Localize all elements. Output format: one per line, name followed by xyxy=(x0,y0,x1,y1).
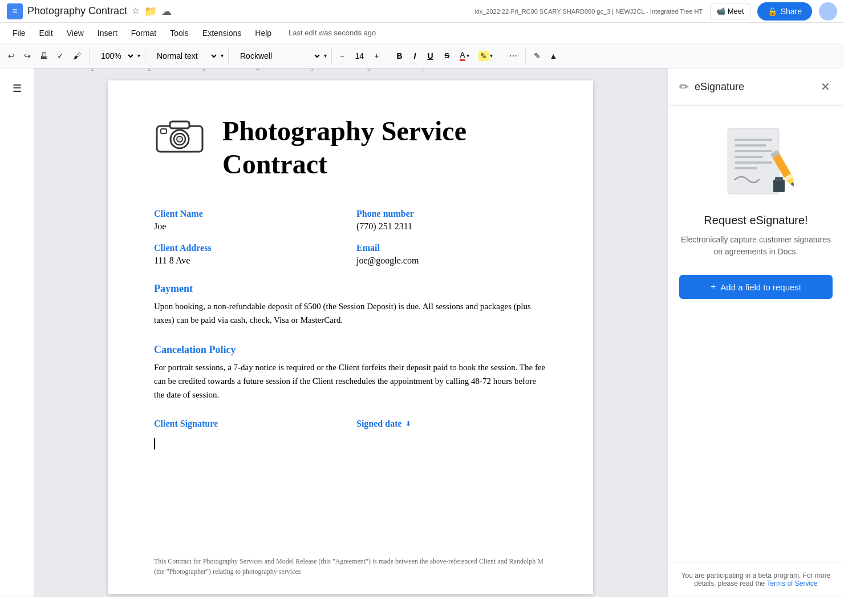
font-size-input[interactable] xyxy=(349,50,370,62)
esignature-close-button[interactable]: ✕ xyxy=(818,78,833,96)
undo-button[interactable]: ↩ xyxy=(5,49,18,63)
favorite-icon[interactable]: ☆ xyxy=(132,5,140,18)
menu-view[interactable]: View xyxy=(61,26,90,40)
svg-rect-7 xyxy=(735,139,772,141)
video-icon: 📹 xyxy=(716,7,725,15)
underline-button[interactable]: U xyxy=(423,49,437,63)
text-color-button[interactable]: A ▾ xyxy=(456,48,472,63)
menu-extensions[interactable]: Extensions xyxy=(197,26,247,40)
menu-edit[interactable]: Edit xyxy=(34,26,59,40)
add-field-plus-icon: + xyxy=(711,282,716,292)
esignature-title: eSignature xyxy=(695,81,744,93)
highlight-button[interactable]: ✎ ▾ xyxy=(475,48,496,63)
client-signature-label: Client Signature xyxy=(154,419,345,429)
esignature-request-title: Request eSignature! xyxy=(704,214,808,227)
strikethrough-button[interactable]: S xyxy=(440,49,455,62)
document-area[interactable]: 1 2 3 4 5 6 7 xyxy=(34,68,667,597)
font-size-decrease[interactable]: − xyxy=(336,49,348,63)
style-control[interactable]: Normal text Heading 1 Heading 2 ▾ xyxy=(150,48,224,63)
client-fields-section: Client Name Joe Phone number (770) 251 2… xyxy=(154,209,547,266)
font-control[interactable]: Rockwell Arial Times New Roman ▾ xyxy=(233,48,327,63)
toolbar: ↩ ↪ 🖶 ✓ 🖌 100% 75% 150% ▾ Normal text He… xyxy=(0,43,844,68)
signed-date-label: Signed date xyxy=(356,419,402,429)
client-name-field: Client Name Joe xyxy=(154,209,345,232)
address-value: 111 8 Ave xyxy=(154,256,345,266)
camera-icon xyxy=(154,115,205,155)
document-page[interactable]: Photography ServiceContract Client Name … xyxy=(108,80,593,594)
client-signature-field: Client Signature xyxy=(154,419,345,449)
signed-date-icon[interactable]: ⬇ xyxy=(405,420,411,428)
collapse-toolbar-button[interactable]: ▲ xyxy=(546,49,561,63)
esignature-description: Electronically capture customer signatur… xyxy=(679,234,833,258)
font-size-control[interactable]: − + xyxy=(336,49,382,63)
phone-field: Phone number (770) 251 2311 xyxy=(356,209,547,232)
footer-text: This Contract for Photography Services a… xyxy=(154,556,547,577)
last-edit-status: Last edit was seconds ago xyxy=(289,29,376,37)
svg-rect-8 xyxy=(735,144,766,147)
svg-rect-6 xyxy=(728,128,779,194)
add-field-label: Add a field to request xyxy=(720,282,801,292)
document-main-title: Photography ServiceContract xyxy=(222,115,466,180)
share-button[interactable]: 🔒 Share xyxy=(757,2,812,21)
signature-input-area[interactable] xyxy=(154,433,345,449)
title-icons: ☆ 📁 ☁ xyxy=(132,5,172,18)
cloud-icon[interactable]: ☁ xyxy=(161,5,172,18)
print-button[interactable]: 🖶 xyxy=(36,49,51,63)
zoom-dropdown-arrow: ▾ xyxy=(137,52,140,59)
document-title: Photography Contract xyxy=(27,5,127,17)
separator-7 xyxy=(525,49,526,63)
separator-1 xyxy=(89,49,90,63)
zoom-select[interactable]: 100% 75% 150% xyxy=(94,48,135,63)
svg-rect-18 xyxy=(773,180,785,192)
left-panel: ☰ xyxy=(0,68,34,597)
menu-help[interactable]: Help xyxy=(249,26,277,40)
doc-title-area: Photography Contract ☆ 📁 ☁ xyxy=(27,5,470,18)
meet-label: Meet xyxy=(728,7,744,15)
menu-tools[interactable]: Tools xyxy=(164,26,194,40)
payment-section: Payment Upon booking, a non-refundable d… xyxy=(154,283,547,327)
doc-header: Photography ServiceContract xyxy=(154,115,547,180)
svg-rect-1 xyxy=(170,121,189,128)
menu-format[interactable]: Format xyxy=(125,26,162,40)
more-options-button[interactable]: ⋯ xyxy=(506,49,521,63)
menu-insert[interactable]: Insert xyxy=(92,26,123,40)
address-field: Client Address 111 8 Ave xyxy=(154,243,345,266)
bold-button[interactable]: B xyxy=(392,49,407,63)
email-label: Email xyxy=(356,243,547,253)
meet-button[interactable]: 📹 Meet xyxy=(710,3,750,19)
svg-rect-12 xyxy=(735,167,757,169)
esignature-illustration xyxy=(711,123,802,202)
add-field-button[interactable]: + Add a field to request xyxy=(679,275,833,299)
avatar[interactable] xyxy=(819,2,837,21)
spell-check-button[interactable]: ✓ xyxy=(54,49,67,63)
style-dropdown-arrow: ▾ xyxy=(221,52,224,59)
esignature-pen-icon: ✏ xyxy=(679,80,689,94)
google-docs-logo: ≡ xyxy=(7,3,23,19)
folder-icon[interactable]: 📁 xyxy=(144,5,157,18)
esignature-content: Request eSignature! Electronically captu… xyxy=(668,106,844,562)
cancelation-body: For portrait sessions, a 7-day notice is… xyxy=(154,360,547,402)
paint-format-button[interactable]: 🖌 xyxy=(70,49,84,63)
svg-rect-19 xyxy=(775,177,783,181)
redo-button[interactable]: ↪ xyxy=(21,49,34,63)
pen-color-button[interactable]: ✎ xyxy=(530,49,544,63)
separator-3 xyxy=(228,49,229,63)
separator-5 xyxy=(387,49,387,63)
zoom-control[interactable]: 100% 75% 150% ▾ xyxy=(94,48,140,63)
signature-section: Client Signature Signed date ⬇ xyxy=(154,419,547,449)
cancelation-section: Cancelation Policy For portrait sessions… xyxy=(154,344,547,402)
lock-icon: 🔒 xyxy=(768,7,777,16)
italic-button[interactable]: I xyxy=(409,49,421,63)
style-select[interactable]: Normal text Heading 1 Heading 2 xyxy=(150,48,218,63)
cancelation-title: Cancelation Policy xyxy=(154,344,547,356)
payment-title: Payment xyxy=(154,283,547,295)
main-area: ☰ 1 2 3 4 5 6 7 xyxy=(0,68,844,597)
outline-toggle[interactable]: ☰ xyxy=(9,80,25,97)
bottom-bar xyxy=(0,597,844,616)
title-right: kix_2022:22-Fri_RC00 SCARY SHARD000 gc_3… xyxy=(475,2,837,21)
menu-file[interactable]: File xyxy=(7,26,31,40)
terms-of-service-link[interactable]: Terms of Service xyxy=(766,579,817,587)
font-size-increase[interactable]: + xyxy=(371,49,382,63)
phone-label: Phone number xyxy=(356,209,547,219)
font-select[interactable]: Rockwell Arial Times New Roman xyxy=(233,48,322,63)
